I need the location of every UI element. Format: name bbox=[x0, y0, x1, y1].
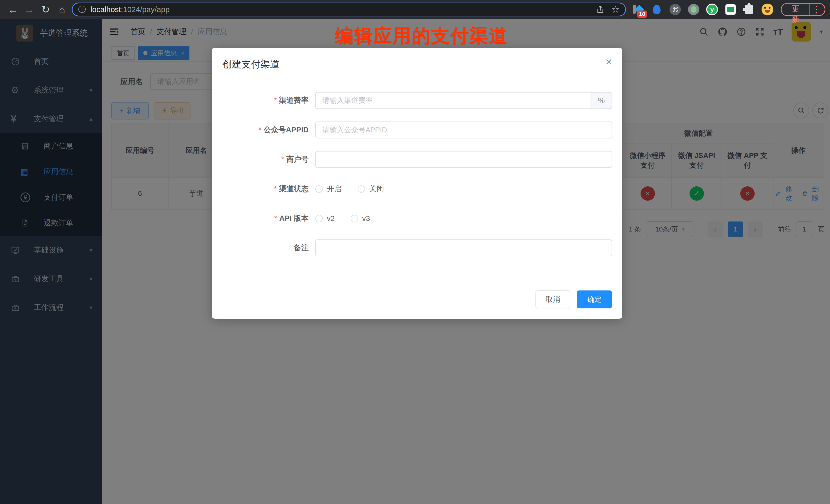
dialog-close-icon[interactable]: × bbox=[605, 55, 612, 68]
status-off-radio[interactable]: 关闭 bbox=[358, 184, 384, 194]
radio-label: v3 bbox=[362, 214, 370, 223]
browser-reload-icon[interactable]: ↻ bbox=[37, 4, 54, 15]
balloon-extension-icon[interactable] bbox=[650, 3, 663, 15]
appid-input[interactable] bbox=[315, 122, 612, 138]
form-row-appid: 公众号APPID bbox=[212, 122, 622, 138]
remark-input[interactable] bbox=[315, 240, 612, 256]
extensions-puzzle-icon[interactable] bbox=[743, 3, 755, 15]
cancel-button[interactable]: 取消 bbox=[536, 290, 570, 308]
annotation-text: 编辑应用的支付渠道 bbox=[335, 24, 508, 48]
api-version-label: API 版本 bbox=[212, 213, 309, 224]
extension-badge: 10 bbox=[637, 10, 647, 18]
radio-circle bbox=[351, 215, 358, 222]
status-label: 渠道状态 bbox=[212, 184, 309, 194]
appid-label: 公众号APPID bbox=[212, 125, 309, 135]
radio-label: 关闭 bbox=[369, 184, 384, 194]
radio-label: v2 bbox=[327, 214, 335, 223]
browser-home-icon[interactable]: ⌂ bbox=[54, 4, 70, 15]
browser-back-icon[interactable]: ← bbox=[5, 4, 21, 15]
create-payment-channel-dialog: 创建支付渠道 × 渠道费率 % 公众号APPID 商户号 bbox=[212, 48, 622, 319]
status-on-radio[interactable]: 开启 bbox=[315, 184, 342, 194]
dialog-footer: 取消 确定 bbox=[536, 290, 612, 308]
radio-circle bbox=[315, 215, 323, 222]
form-row-status: 渠道状态 开启 关闭 bbox=[212, 181, 622, 197]
rate-input[interactable] bbox=[315, 92, 591, 109]
merchant-input[interactable] bbox=[315, 151, 612, 168]
browser-update-button[interactable]: 更新 bbox=[781, 3, 810, 16]
y-extension-icon[interactable]: y bbox=[706, 3, 718, 15]
form-row-rate: 渠道费率 % bbox=[212, 92, 622, 109]
radio-label: 开启 bbox=[327, 184, 342, 194]
browser-profile-avatar[interactable] bbox=[761, 3, 774, 15]
browser-menu-icon[interactable]: ⋮ bbox=[810, 3, 825, 16]
browser-chrome: ← → ↻ ⌂ ⓘ localhost :1024/pay/app ☆ 10 ⌘… bbox=[0, 0, 830, 19]
bookmark-star-icon[interactable]: ☆ bbox=[611, 4, 619, 15]
command-extension-icon[interactable]: ⌘ bbox=[669, 3, 681, 15]
url-bar[interactable]: ⓘ localhost :1024/pay/app ☆ bbox=[72, 3, 626, 17]
site-info-icon[interactable]: ⓘ bbox=[78, 4, 86, 15]
api-v2-radio[interactable]: v2 bbox=[315, 214, 335, 223]
url-host: localhost bbox=[91, 5, 121, 14]
recorder-extension-icon[interactable] bbox=[688, 3, 700, 15]
share-icon[interactable] bbox=[596, 5, 605, 14]
dialog-title: 创建支付渠道 bbox=[223, 58, 279, 71]
merchant-label: 商户号 bbox=[212, 154, 309, 165]
form-row-api-version: API 版本 v2 v3 bbox=[212, 210, 622, 227]
browser-forward-icon[interactable]: → bbox=[21, 4, 37, 15]
chat-extension-icon[interactable] bbox=[724, 3, 737, 15]
screen: ← → ↻ ⌂ ⓘ localhost :1024/pay/app ☆ 10 ⌘… bbox=[0, 0, 830, 504]
api-v3-radio[interactable]: v3 bbox=[351, 214, 370, 223]
confirm-button[interactable]: 确定 bbox=[577, 290, 612, 308]
rate-label: 渠道费率 bbox=[212, 95, 309, 106]
percent-suffix: % bbox=[591, 92, 612, 109]
dialog-form: 渠道费率 % 公众号APPID 商户号 渠道状态 bbox=[212, 92, 622, 269]
radio-circle bbox=[358, 185, 365, 193]
radio-circle bbox=[315, 185, 323, 193]
form-row-remark: 备注 bbox=[212, 240, 622, 256]
remark-label: 备注 bbox=[212, 243, 309, 253]
form-row-merchant: 商户号 bbox=[212, 151, 622, 168]
url-path: :1024/pay/app bbox=[121, 5, 169, 14]
tab-manager-extension-icon[interactable]: 10 bbox=[632, 3, 644, 15]
